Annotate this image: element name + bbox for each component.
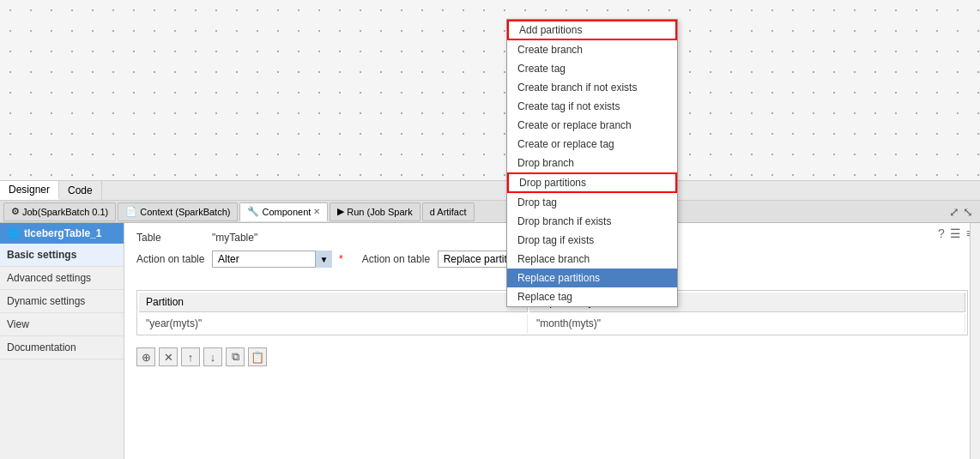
action-select-wrapper: Alter ▼	[212, 251, 332, 268]
component-tabs-bar: ⚙ Job(SparkBatch 0.1) 📄 Context (SparkBa…	[0, 201, 980, 223]
table-value: "myTable"	[212, 232, 257, 244]
help-icon[interactable]: ?	[938, 226, 945, 240]
tabs-bar: Designer Code	[0, 180, 980, 201]
dropdown-item-create-tag-if-not-exists[interactable]: Create tag if not exists	[507, 97, 677, 116]
dropdown-item-create-or-replace-branch[interactable]: Create or replace branch	[507, 116, 677, 135]
delete-row-button[interactable]: ✕	[159, 347, 178, 366]
component-globe-icon: 🌐	[7, 227, 20, 239]
run-icon: ▶	[337, 206, 344, 217]
action-label: Action on table	[136, 253, 205, 265]
sidebar-item-advanced-label: Advanced settings	[7, 272, 91, 284]
table-label: Table	[136, 232, 205, 244]
dropdown-item-add-partitions[interactable]: Add partitions	[507, 20, 677, 40]
dropdown-item-create-tag[interactable]: Create tag	[507, 59, 677, 78]
dropdown-item-replace-partitions[interactable]: Replace partitions	[507, 269, 677, 287]
component-header: 🌐 tIcebergTable_1	[0, 223, 124, 244]
table-toolbar: ⊕ ✕ ↑ ↓ ⧉ 📋	[124, 342, 980, 371]
sidebar-item-documentation[interactable]: Documentation	[0, 336, 124, 359]
action-select[interactable]: Alter	[212, 251, 332, 268]
dropdown-item-create-branch[interactable]: Create branch	[507, 40, 677, 59]
sidebar-item-view-label: View	[7, 318, 29, 330]
expand-icons: ⤢ ⤡	[949, 205, 977, 219]
comp-tab-context[interactable]: 📄 Context (SparkBatch)	[118, 202, 238, 221]
canvas-area	[0, 0, 980, 180]
tab-code[interactable]: Code	[59, 181, 102, 200]
content-scrollbar[interactable]	[970, 223, 980, 459]
comp-tab-component-close[interactable]: ✕	[313, 207, 320, 216]
dropdown-item-create-branch-if-not-exists[interactable]: Create branch if not exists	[507, 78, 677, 97]
action2-label: Action on table	[362, 253, 431, 265]
required-star: *	[339, 253, 343, 265]
move-up-button[interactable]: ↑	[181, 347, 200, 366]
sidebar-item-basic[interactable]: Basic settings	[0, 244, 124, 267]
main-panel: 🌐 tIcebergTable_1 Basic settings Advance…	[0, 223, 980, 459]
sidebar-item-advanced[interactable]: Advanced settings	[0, 267, 124, 290]
job-icon: ⚙	[11, 206, 20, 217]
component-title: tIcebergTable_1	[24, 227, 101, 239]
context-icon: 📄	[125, 206, 137, 217]
dropdown-item-drop-tag[interactable]: Drop tag	[507, 193, 677, 212]
comp-tab-artifact[interactable]: d Artifact	[422, 202, 475, 221]
comp-tab-artifact-label: d Artifact	[430, 207, 467, 217]
dropdown-item-drop-branch[interactable]: Drop branch	[507, 154, 677, 172]
dropdown-item-drop-tag-if-exists[interactable]: Drop tag if exists	[507, 231, 677, 250]
col-partition: Partition	[139, 293, 528, 312]
comp-tab-job[interactable]: ⚙ Job(SparkBatch 0.1)	[3, 202, 116, 221]
dropdown-item-drop-partitions[interactable]: Drop partitions	[507, 172, 677, 193]
move-down-button[interactable]: ↓	[203, 347, 222, 366]
sidebar-item-dynamic-label: Dynamic settings	[7, 295, 85, 307]
list-view-icon[interactable]: ☰	[950, 226, 961, 240]
comp-tab-context-label: Context (SparkBatch)	[140, 207, 230, 217]
sidebar-item-basic-label: Basic settings	[7, 249, 76, 261]
sidebar-item-documentation-label: Documentation	[7, 341, 76, 353]
partition-cell: "year(myts)"	[139, 314, 528, 333]
dropdown-menu: Add partitions Create branch Create tag …	[506, 19, 678, 307]
comp-tab-component[interactable]: 🔧 Component ✕	[239, 202, 328, 221]
top-right-icons: ? ☰ ≡	[938, 226, 973, 240]
sidebar-item-view[interactable]: View	[0, 313, 124, 336]
dropdown-item-create-or-replace-tag[interactable]: Create or replace tag	[507, 135, 677, 154]
replaced-by-cell: "month(myts)"	[529, 314, 965, 333]
table-row: "year(myts)" "month(myts)"	[139, 314, 965, 333]
comp-tab-run-label: Run (Job Spark	[347, 207, 412, 217]
component-icon: 🔧	[247, 206, 259, 217]
comp-tab-job-label: Job(SparkBatch 0.1)	[22, 207, 108, 217]
comp-tab-component-label: Component	[262, 207, 311, 217]
add-row-button[interactable]: ⊕	[136, 347, 155, 366]
dropdown-item-replace-branch[interactable]: Replace branch	[507, 250, 677, 269]
dropdown-item-replace-tag[interactable]: Replace tag	[507, 287, 677, 306]
copy-button[interactable]: ⧉	[226, 347, 245, 366]
dropdown-item-drop-branch-if-exists[interactable]: Drop branch if exists	[507, 212, 677, 231]
expand-icon-1[interactable]: ⤢	[949, 205, 959, 219]
sidebar: 🌐 tIcebergTable_1 Basic settings Advance…	[0, 223, 124, 459]
tab-designer[interactable]: Designer	[0, 181, 59, 200]
comp-tab-run[interactable]: ▶ Run (Job Spark	[330, 202, 420, 221]
sidebar-item-dynamic[interactable]: Dynamic settings	[0, 290, 124, 313]
paste-button[interactable]: 📋	[248, 347, 267, 366]
expand-icon-2[interactable]: ⤡	[963, 205, 973, 219]
